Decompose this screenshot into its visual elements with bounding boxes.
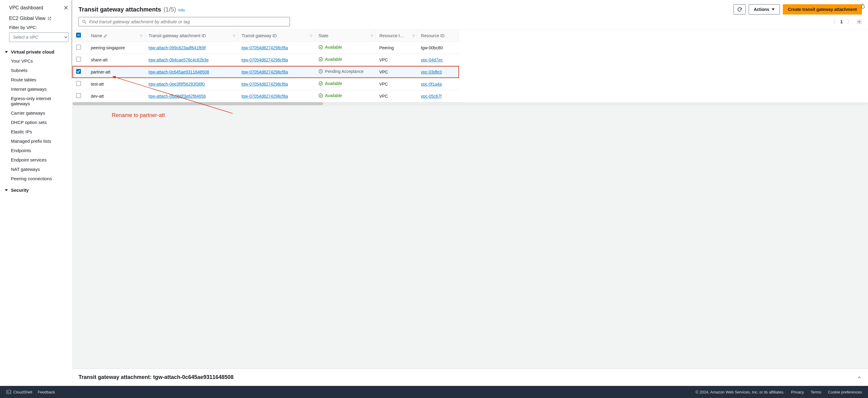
table-row[interactable]: dev-atttgw-attach-0fa9b6f3e62f8465btgw-0… [72,90,459,102]
table-row[interactable]: test-atttgw-attach-0ee3f9f56283f36f0tgw-… [72,78,459,90]
privacy-link[interactable]: Privacy [791,390,804,394]
sidebar-item-carrier-gateways[interactable]: Carrier gateways [2,108,72,118]
page-prev-button[interactable]: 〈 [831,18,836,25]
tgw-id-link[interactable]: tgw-07054d8274298cf8a [241,57,288,62]
collapse-button[interactable] [857,375,862,380]
settings-button[interactable] [857,19,862,25]
svg-line-1 [85,22,86,24]
actions-button[interactable]: Actions [749,4,780,15]
sidebar-item-endpoints[interactable]: Endpoints [2,146,72,155]
sort-icon: ▽ [310,34,312,37]
refresh-button[interactable] [734,4,746,15]
close-icon[interactable]: ✕ [63,4,68,11]
cell-resource-id: vpc-04d7ec [417,54,459,66]
resource-id-link[interactable]: vpc-04d7ec [421,57,443,62]
svg-point-7 [319,94,322,97]
column-header-state[interactable]: State▽ [315,30,376,42]
sidebar-section-security[interactable]: Security [2,183,72,195]
tgw-id-link[interactable]: tgw-07054d8274298cf8a [241,94,288,98]
svg-point-6 [319,82,322,85]
tgw-id-link[interactable]: tgw-07054d8274298cf8a [241,45,288,50]
cookie-preferences-link[interactable]: Cookie preferences [828,390,862,394]
refresh-icon [737,7,742,12]
attachment-id-link[interactable]: tgw-attach-0c645ae9311648508 [149,69,209,75]
row-checkbox[interactable] [76,45,81,50]
empty-area: Rename to partner-att [72,105,868,368]
tgw-id-link[interactable]: tgw-07054d8274298cf8a [241,69,288,75]
page-title: Transit gateway attachments [79,6,161,13]
cell-resource-id: vpc-05c67f [417,90,459,102]
sidebar-global-view-link[interactable]: EC2 Global View [2,14,72,23]
sidebar-dashboard-link[interactable]: VPC dashboard [9,5,43,10]
copyright-text: © 2024, Amazon Web Services, Inc. or its… [695,390,785,394]
help-panel-icon[interactable] [860,3,866,10]
resource-id-link[interactable]: vpc-0f1a4a [421,82,442,86]
page-next-button[interactable]: 〉 [847,18,852,25]
caret-down-icon [772,8,775,10]
sidebar-item-your-vpcs[interactable]: Your VPCs [2,56,72,66]
details-title: Transit gateway attachment: tgw-attach-0… [79,374,234,380]
row-checkbox[interactable] [76,69,81,74]
sidebar-item-internet-gateways[interactable]: Internet gateways [2,84,72,94]
sidebar-item-peering-connections[interactable]: Peering connections [2,174,72,183]
row-checkbox[interactable] [76,81,81,86]
horizontal-scrollbar[interactable] [72,102,868,105]
cell-resource-type: Peering [376,42,417,54]
check-circle-icon [318,81,323,86]
main-content: Transit gateway attachments (1/5) Info A… [72,0,868,386]
column-header-attachment-id[interactable]: Transit gateway attachment ID▽ [145,30,238,42]
sort-icon: ▽ [371,34,373,37]
table-row[interactable]: peering-singaporetgw-attach-099c823adf64… [72,42,459,54]
sidebar-item-managed-prefix-lists[interactable]: Managed prefix lists [2,136,72,146]
cell-resource-type: VPC [376,66,417,78]
sidebar-item-dhcp-option-sets[interactable]: DHCP option sets [2,118,72,127]
table-row[interactable]: partner-atttgw-attach-0c645ae9311648508t… [72,66,459,78]
column-header-resource-id[interactable]: Resource ID [417,30,459,42]
sidebar-item-elastic-ips[interactable]: Elastic IPs [2,127,72,136]
resource-id-link[interactable]: vpc-05c67f [421,94,441,98]
attachment-id-link[interactable]: tgw-attach-0fa9b6f3e62f8465b [149,94,206,98]
cell-name: partner-att [87,66,145,78]
info-link[interactable]: Info [179,8,185,12]
cloudshell-button[interactable]: CloudShell [6,389,32,395]
state-badge: Available [318,45,342,50]
sidebar-item-route-tables[interactable]: Route tables [2,75,72,84]
sidebar-item-egress-only-internet-gateways[interactable]: Egress-only internet gateways [2,94,72,108]
terms-link[interactable]: Terms [811,390,821,394]
sidebar-global-view-label: EC2 Global View [9,16,45,21]
sidebar-item-endpoint-services[interactable]: Endpoint services [2,155,72,165]
create-attachment-button[interactable]: Create transit gateway attachment [783,4,862,15]
attachments-table: Name▽ Transit gateway attachment ID▽ Tra… [72,29,868,105]
attachment-id-link[interactable]: tgw-attach-0b4cae578c4c82b3e [149,57,209,62]
vpc-filter-select[interactable]: Select a VPC [9,32,68,42]
chevron-up-icon [857,375,862,380]
pending-icon [318,69,323,74]
column-header-tgw-id[interactable]: Transit gateway ID▽ [238,30,315,42]
select-all-checkbox[interactable] [76,33,81,37]
sidebar: VPC dashboard ✕ EC2 Global View Filter b… [0,0,72,386]
feedback-link[interactable]: Feedback [38,390,55,394]
cell-resource-id: vpc-0f1a4a [417,78,459,90]
column-header-name[interactable]: Name▽ [87,30,145,42]
check-circle-icon [318,93,323,98]
row-checkbox[interactable] [76,57,81,62]
search-box[interactable] [79,17,290,26]
table-row[interactable]: share-atttgw-attach-0b4cae578c4c82b3etgw… [72,54,459,66]
cell-resource-type: VPC [376,90,417,102]
search-input[interactable] [89,19,287,24]
attachment-id-link[interactable]: tgw-attach-0ee3f9f56283f36f0 [149,82,205,86]
sidebar-section-vpc[interactable]: Virtual private cloud [2,45,72,56]
svg-rect-9 [7,390,11,394]
attachment-id-link[interactable]: tgw-attach-099c823adf641f69f [149,45,206,50]
svg-point-2 [859,21,860,22]
sidebar-item-subnets[interactable]: Subnets [2,66,72,75]
sidebar-item-nat-gateways[interactable]: NAT gateways [2,165,72,174]
column-header-resource-type[interactable]: Resource t…▽ [376,30,417,42]
check-circle-icon [318,45,323,50]
cell-resource-id: vpc-03dfe3 [417,66,459,78]
page-number: 1 [840,19,843,24]
resource-id-link[interactable]: vpc-03dfe3 [421,69,442,75]
tgw-id-link[interactable]: tgw-07054d8274298cf8a [241,82,288,86]
row-checkbox[interactable] [76,93,81,98]
cloudshell-icon [6,389,11,395]
